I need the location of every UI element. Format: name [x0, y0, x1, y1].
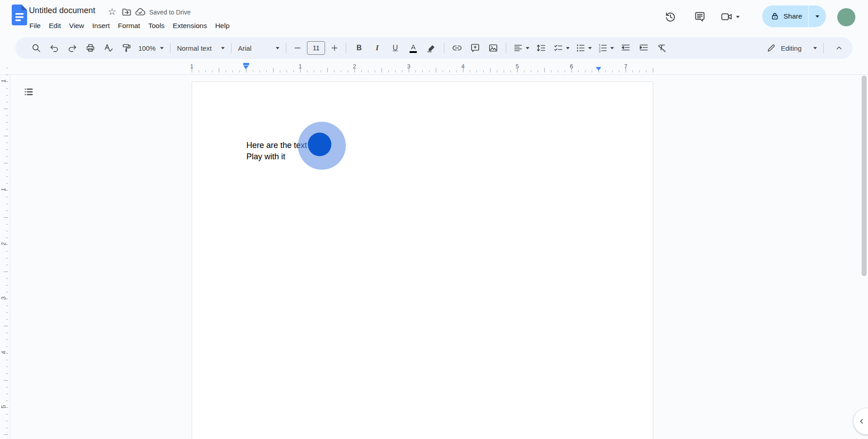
- font-value: Arial: [238, 44, 251, 52]
- numbered-list-select[interactable]: 123: [597, 43, 614, 53]
- menu-help[interactable]: Help: [211, 20, 234, 32]
- google-docs-logo[interactable]: [12, 5, 27, 25]
- toolbar: 100% Normal text Arial B I U A: [15, 37, 853, 59]
- editing-mode-label: Editing: [781, 44, 802, 52]
- paragraph-style-value: Normal text: [177, 44, 212, 52]
- lock-icon: [770, 12, 779, 21]
- document-title[interactable]: Untitled document: [29, 6, 95, 15]
- menu-format[interactable]: Format: [114, 20, 144, 32]
- numbered-list-caret: [610, 47, 614, 49]
- editing-mode-select[interactable]: Editing: [766, 42, 848, 54]
- share-dropdown-caret[interactable]: [809, 5, 826, 27]
- ruler-label: 6: [570, 63, 573, 70]
- meet-dropdown-caret[interactable]: [736, 16, 740, 18]
- vertical-ruler-border: [10, 74, 10, 439]
- paragraph-styles-select[interactable]: Normal text: [177, 44, 225, 52]
- svg-text:2: 2: [599, 47, 601, 50]
- ruler-label: 5: [0, 403, 7, 410]
- vertical-scrollbar-thumb[interactable]: [862, 76, 867, 276]
- font-size-input[interactable]: [307, 41, 325, 55]
- menu-tools[interactable]: Tools: [144, 20, 169, 32]
- toolbar-divider: [506, 43, 506, 53]
- font-select[interactable]: Arial: [238, 44, 279, 52]
- bulleted-list-select[interactable]: [575, 43, 592, 53]
- menu-file[interactable]: File: [25, 20, 45, 32]
- ruler-label: 7: [624, 63, 627, 70]
- font-caret: [276, 47, 279, 49]
- align-select[interactable]: [513, 43, 529, 53]
- horizontal-ruler-ticks: [192, 62, 653, 74]
- menu-extensions[interactable]: Extensions: [169, 20, 211, 32]
- share-label: Share: [783, 12, 802, 20]
- toolbar-divider: [286, 43, 286, 53]
- left-indent-marker[interactable]: [243, 66, 249, 69]
- undo-icon[interactable]: [48, 42, 61, 54]
- redo-icon[interactable]: [66, 42, 79, 54]
- paint-format-icon[interactable]: [120, 42, 133, 54]
- zoom-value: 100%: [138, 44, 156, 52]
- clear-formatting-icon[interactable]: [656, 42, 668, 54]
- styles-caret: [221, 47, 225, 49]
- text-line[interactable]: Play with it: [246, 151, 307, 162]
- first-line-indent-marker[interactable]: [243, 63, 249, 65]
- move-to-folder-icon[interactable]: [120, 6, 133, 18]
- horizontal-ruler[interactable]: 1 1 2 3 4 5 6 7: [0, 62, 868, 74]
- menu-view[interactable]: View: [65, 20, 88, 32]
- vertical-ruler[interactable]: 1 1 2 3 4 5: [0, 68, 10, 439]
- ruler-label: 1: [190, 63, 193, 70]
- insert-image-icon[interactable]: [487, 42, 500, 54]
- right-indent-marker[interactable]: [596, 67, 601, 71]
- share-button-divider: [808, 5, 809, 27]
- toolbar-divider: [823, 43, 824, 53]
- bulleted-list-caret: [588, 47, 592, 49]
- italic-icon[interactable]: I: [371, 42, 383, 54]
- click-touch-indicator-inner: [308, 133, 331, 156]
- checklist-select[interactable]: [553, 43, 570, 53]
- decrease-indent-icon[interactable]: [619, 42, 632, 54]
- ruler-label: 4: [461, 63, 464, 70]
- account-avatar[interactable]: [837, 8, 855, 26]
- align-caret: [526, 47, 529, 49]
- star-icon[interactable]: ☆: [106, 5, 118, 18]
- highlight-color-icon[interactable]: [425, 42, 438, 54]
- editing-mode-caret: [813, 47, 817, 49]
- zoom-select[interactable]: 100%: [138, 44, 164, 52]
- hide-menus-chevron-icon[interactable]: [833, 42, 845, 54]
- underline-icon[interactable]: U: [389, 42, 401, 54]
- ruler-label: 3: [407, 63, 410, 70]
- toolbar-divider: [346, 43, 346, 53]
- menu-bar: File Edit View Insert Format Tools Exten…: [25, 20, 234, 32]
- toolbar-divider: [444, 43, 444, 53]
- toolbar-divider: [231, 43, 231, 53]
- decrease-font-size-icon[interactable]: [292, 42, 302, 54]
- text-color-icon[interactable]: A: [407, 42, 420, 54]
- share-button-main[interactable]: Share: [762, 5, 808, 27]
- saved-cloud-icon: [135, 7, 146, 18]
- add-comment-icon[interactable]: [469, 42, 481, 54]
- meet-video-call-icon[interactable]: [718, 9, 741, 24]
- line-spacing-icon[interactable]: [535, 42, 547, 54]
- document-status[interactable]: Saved to Drive: [135, 6, 191, 18]
- document-page[interactable]: [192, 81, 653, 439]
- chevron-left-icon: [857, 417, 866, 426]
- spelling-check-icon[interactable]: [102, 42, 115, 54]
- menu-edit[interactable]: Edit: [45, 20, 65, 32]
- search-menus-icon[interactable]: [30, 42, 42, 54]
- svg-text:3: 3: [599, 50, 601, 53]
- comments-icon[interactable]: [692, 9, 708, 24]
- ruler-label: 4: [0, 349, 7, 356]
- print-icon[interactable]: [84, 42, 97, 54]
- show-side-panel-button[interactable]: [854, 408, 868, 434]
- toolbar-divider: [170, 43, 170, 53]
- show-document-outline-icon[interactable]: [22, 85, 35, 99]
- ruler-label: 1: [0, 77, 7, 85]
- increase-indent-icon[interactable]: [637, 42, 650, 54]
- insert-link-icon[interactable]: [451, 42, 463, 54]
- menu-insert[interactable]: Insert: [88, 20, 114, 32]
- ruler-label: 1: [298, 63, 302, 70]
- bold-icon[interactable]: B: [353, 42, 365, 54]
- increase-font-size-icon[interactable]: [330, 42, 340, 54]
- version-history-icon[interactable]: [663, 9, 678, 24]
- ruler-label: 2: [353, 63, 356, 70]
- ruler-label: 2: [0, 240, 7, 248]
